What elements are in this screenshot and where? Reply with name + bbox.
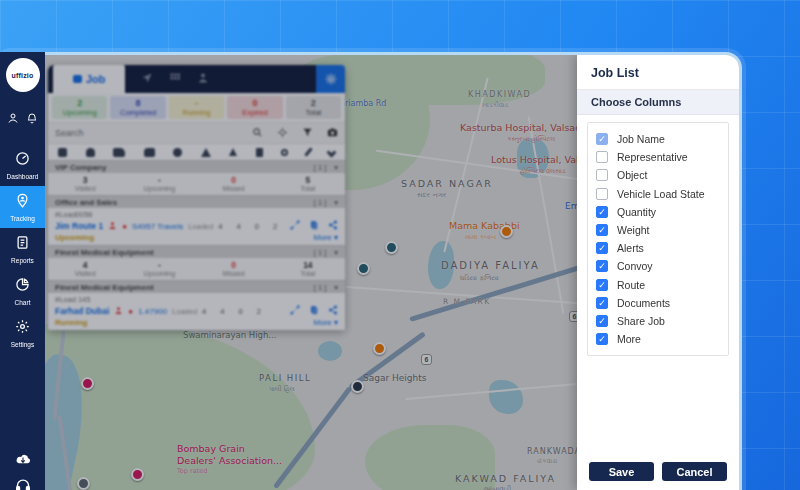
column-option-job-name[interactable]: ✓Job Name: [596, 130, 720, 148]
column-option-documents[interactable]: ✓Documents: [596, 294, 720, 312]
notifications-bell-icon[interactable]: [26, 110, 38, 128]
modal-title: Job List: [577, 55, 739, 90]
checkbox[interactable]: ✓: [596, 242, 608, 254]
column-option-more[interactable]: ✓More: [596, 330, 720, 348]
checkbox[interactable]: ✓: [596, 206, 608, 218]
column-checkbox-list: ✓Job Name Representative Object Vehicle …: [587, 122, 729, 356]
checkbox[interactable]: [596, 151, 608, 163]
checkbox[interactable]: ✓: [596, 315, 608, 327]
sidebar-item-chart[interactable]: Chart: [0, 270, 45, 312]
checkbox[interactable]: ✓: [596, 297, 608, 309]
column-option-convoy[interactable]: ✓Convoy: [596, 257, 720, 275]
profile-icon[interactable]: [7, 110, 19, 128]
column-option-share-job[interactable]: ✓Share Job: [596, 312, 720, 330]
checkbox[interactable]: ✓: [596, 224, 608, 236]
sidebar-item-label: Reports: [11, 257, 34, 264]
save-button[interactable]: Save: [589, 462, 654, 481]
checkbox[interactable]: ✓: [596, 133, 608, 145]
choose-columns-header: Choose Columns: [577, 90, 739, 115]
cloud-download-icon[interactable]: [14, 452, 32, 470]
pie-chart-icon: [15, 277, 30, 296]
dashboard-icon: [15, 151, 30, 170]
column-option-alerts[interactable]: ✓Alerts: [596, 239, 720, 257]
sidebar-item-label: Tracking: [10, 215, 35, 222]
checkbox[interactable]: ✓: [596, 279, 608, 291]
cancel-button[interactable]: Cancel: [662, 462, 727, 481]
sidebar-item-tracking[interactable]: Tracking: [0, 186, 45, 228]
tracking-pin-icon: [15, 193, 30, 212]
sidebar-item-reports[interactable]: Reports: [0, 228, 45, 270]
headset-support-icon[interactable]: [14, 478, 32, 490]
uffizio-logo: uffizio: [6, 58, 40, 92]
column-option-representative[interactable]: Representative: [596, 148, 720, 166]
column-option-object[interactable]: Object: [596, 166, 720, 184]
sidebar-item-dashboard[interactable]: Dashboard: [0, 144, 45, 186]
column-option-weight[interactable]: ✓Weight: [596, 221, 720, 239]
checkbox[interactable]: ✓: [596, 333, 608, 345]
checkbox[interactable]: [596, 188, 608, 200]
reports-icon: [15, 235, 30, 254]
sidebar-item-label: Dashboard: [7, 173, 39, 180]
column-option-vehicle-load-state[interactable]: Vehicle Load State: [596, 185, 720, 203]
column-option-quantity[interactable]: ✓Quantity: [596, 203, 720, 221]
sidebar: uffizio Dashboard Tracking Reports: [0, 52, 45, 490]
gear-icon: [15, 319, 30, 338]
checkbox[interactable]: [596, 169, 608, 181]
sidebar-item-settings[interactable]: Settings: [0, 312, 45, 354]
column-option-route[interactable]: ✓Route: [596, 276, 720, 294]
sidebar-item-label: Settings: [11, 341, 35, 348]
app-window: Sriamba RdKHADKIWADખાડકીવાડKasturba Hosp…: [0, 52, 742, 490]
checkbox[interactable]: ✓: [596, 260, 608, 272]
job-list-column-modal: Job List Choose Columns ✓Job Name Repres…: [577, 55, 739, 490]
sidebar-item-label: Chart: [15, 299, 31, 306]
logo-text: uffizio: [11, 72, 33, 79]
